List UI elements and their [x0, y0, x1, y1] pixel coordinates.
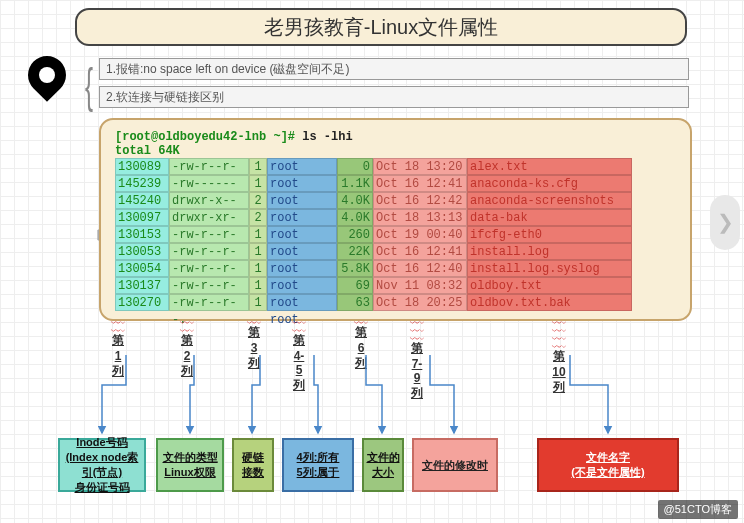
terminal-panel: [root@oldboyedu42-lnb ~]# ls -lhi total … [99, 118, 692, 321]
column-label-1: ﹏﹏第1列 [111, 314, 125, 380]
cell-inode: 145239 [115, 175, 169, 192]
cell-perm: -rw-------. [169, 175, 249, 192]
cell-date: Nov 11 08:32 [373, 277, 467, 294]
table-row: 130089-rw-r--r--.1root root0Oct 18 13:20… [115, 158, 676, 175]
table-row: 145240drwxr-x---.2root root4.0KOct 16 12… [115, 192, 676, 209]
cell-perm: drwxr-xr-x. [169, 209, 249, 226]
legend-owner[interactable]: 4列:所有5列:属于 [282, 438, 354, 492]
cell-inode: 130153 [115, 226, 169, 243]
cell-size: 5.8K [337, 260, 373, 277]
cell-date: Oct 16 12:40 [373, 260, 467, 277]
legend-date[interactable]: 文件的修改时 [412, 438, 498, 492]
cell-links: 1 [249, 226, 267, 243]
column-label-2: ﹏﹏第2列 [180, 314, 194, 380]
cell-date: Oct 18 13:13 [373, 209, 467, 226]
legend-inode[interactable]: Inode号码(Index node索引(节点)身份证号码 [58, 438, 146, 492]
brace-icon: { [85, 58, 93, 113]
cell-perm: -rw-r--r--. [169, 277, 249, 294]
column-label-3: ﹏第3列 [247, 314, 261, 372]
cell-links: 1 [249, 175, 267, 192]
table-row: 130270-rw-r--r--.1root root63Oct 18 20:2… [115, 294, 676, 311]
legend-links[interactable]: 硬链接数 [232, 438, 274, 492]
cell-owner: root root [267, 175, 337, 192]
cell-filename: oldbov.txt.bak [467, 294, 632, 311]
legend-filename[interactable]: 文件名字(不是文件属性) [537, 438, 679, 492]
cell-inode: 130097 [115, 209, 169, 226]
cell-links: 1 [249, 277, 267, 294]
watermark: @51CTO博客 [658, 500, 738, 519]
cell-owner: root root [267, 209, 337, 226]
legend-permissions[interactable]: 文件的类型Linux权限 [156, 438, 224, 492]
cell-owner: root root [267, 277, 337, 294]
cell-links: 1 [249, 243, 267, 260]
cell-perm: -rw-r--r--. [169, 226, 249, 243]
cell-filename: alex.txt [467, 158, 632, 175]
cell-inode: 130137 [115, 277, 169, 294]
cell-perm: -rw-r--r--. [169, 158, 249, 175]
table-row: 130097drwxr-xr-x.2root root4.0KOct 18 13… [115, 209, 676, 226]
column-label-6: ﹏第6列 [354, 314, 368, 372]
terminal-prompt: [root@oldboyedu42-lnb ~]# [115, 130, 295, 144]
cell-date: Oct 18 13:20 [373, 158, 467, 175]
cell-size: 260 [337, 226, 373, 243]
cell-links: 2 [249, 192, 267, 209]
cell-filename: install.log [467, 243, 632, 260]
cell-filename: data-bak [467, 209, 632, 226]
cell-filename: ifcfg-eth0 [467, 226, 632, 243]
cell-filename: install.log.syslog [467, 260, 632, 277]
scroll-right-button[interactable]: ❯ [710, 195, 740, 250]
cell-owner: root root [267, 158, 337, 175]
cell-size: 4.0K [337, 192, 373, 209]
cell-size: 4.0K [337, 209, 373, 226]
cell-size: 1.1K [337, 175, 373, 192]
cell-inode: 145240 [115, 192, 169, 209]
cell-date: Oct 16 12:41 [373, 175, 467, 192]
table-row: 145239-rw-------.1root root1.1KOct 16 12… [115, 175, 676, 192]
cell-size: 69 [337, 277, 373, 294]
cell-owner: root root [267, 243, 337, 260]
note-line: 2.软连接与硬链接区别 [99, 86, 689, 108]
location-pin-icon [28, 56, 66, 106]
table-row: 130053-rw-r--r--.1root root22KOct 16 12:… [115, 243, 676, 260]
cell-perm: -rw-r--r--. [169, 243, 249, 260]
cell-perm: drwxr-x---. [169, 192, 249, 209]
column-label-45: ﹏﹏第4-5列 [292, 314, 306, 394]
table-row: 130153-rw-r--r--.1root root260Oct 19 00:… [115, 226, 676, 243]
terminal-command-text: ls -lhi [302, 130, 352, 144]
cell-links: 2 [249, 209, 267, 226]
column-label-79: ﹏﹏﹏第7-9列 [410, 314, 424, 402]
cell-inode: 130053 [115, 243, 169, 260]
column-label-10: ﹏﹏﹏﹏第10列 [552, 314, 566, 396]
cell-size: 22K [337, 243, 373, 260]
cell-perm: -rw-r--r--. [169, 260, 249, 277]
cell-filename: oldboy.txt [467, 277, 632, 294]
cell-date: Oct 19 00:40 [373, 226, 467, 243]
table-row: 130137-rw-r--r--.1root root69Nov 11 08:3… [115, 277, 676, 294]
cell-inode: 130089 [115, 158, 169, 175]
cell-links: 1 [249, 260, 267, 277]
cell-inode: 130054 [115, 260, 169, 277]
page-title: 老男孩教育-Linux文件属性 [75, 8, 687, 46]
legend-size[interactable]: 文件的大小 [362, 438, 404, 492]
cell-filename: anaconda-ks.cfg [467, 175, 632, 192]
cell-owner: root root [267, 226, 337, 243]
cell-links: 1 [249, 158, 267, 175]
cell-date: Oct 16 12:42 [373, 192, 467, 209]
cell-filename: anaconda-screenshots [467, 192, 632, 209]
cell-size: 0 [337, 158, 373, 175]
note-line: 1.报错:no space left on device (磁盘空间不足) [99, 58, 689, 80]
cell-date: Oct 16 12:41 [373, 243, 467, 260]
cell-owner: root root [267, 192, 337, 209]
terminal-total: total 64K [115, 144, 180, 158]
table-row: 130054-rw-r--r--.1root root5.8KOct 16 12… [115, 260, 676, 277]
cell-owner: root root [267, 260, 337, 277]
